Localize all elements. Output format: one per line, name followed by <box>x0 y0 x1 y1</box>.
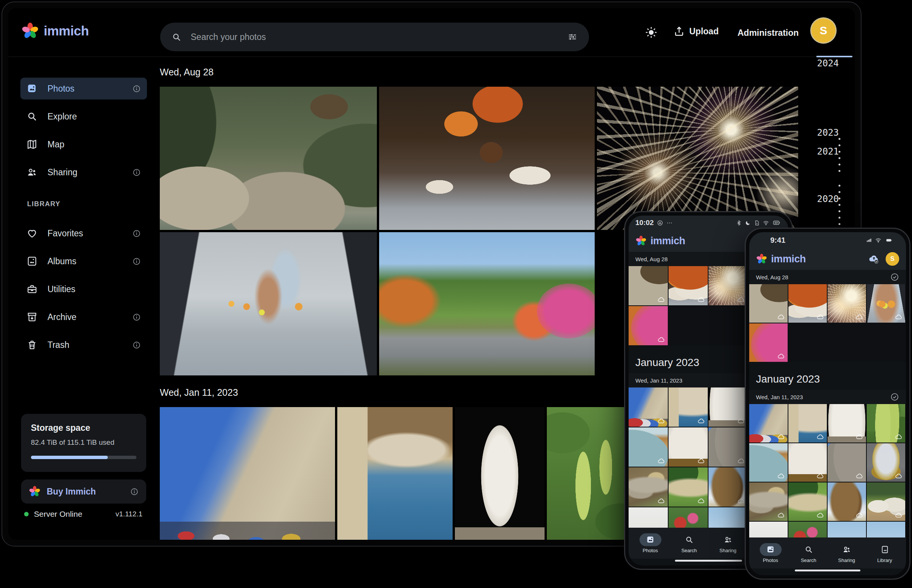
photo-fireworks[interactable] <box>828 284 866 323</box>
cloud-icon <box>895 313 903 321</box>
photo-lizard-ground[interactable] <box>749 483 788 521</box>
sidebar-item-sharing[interactable]: Sharing <box>20 162 147 183</box>
nav-tab-library[interactable]: Library <box>874 543 896 563</box>
photo-white-wall[interactable] <box>629 507 668 528</box>
battery-icon: 97 <box>772 219 781 226</box>
photo-zoo-monkeys[interactable] <box>629 266 668 305</box>
info-icon[interactable] <box>130 487 139 496</box>
nav-tab-photos[interactable]: Photos <box>639 533 662 553</box>
photo-lizard-ground[interactable] <box>629 467 668 507</box>
photo-holding-hands[interactable] <box>867 284 905 323</box>
photo-zoo-monkeys[interactable] <box>160 87 377 230</box>
photo-marble-face[interactable] <box>668 427 708 467</box>
storage-title: Storage space <box>31 423 136 433</box>
photo-blue-sky[interactable] <box>828 522 866 538</box>
photo-coastal-fort[interactable] <box>668 388 708 426</box>
buy-immich-button[interactable]: Buy Immich <box>21 480 146 504</box>
timeline-year-2021[interactable]: 2021 <box>817 146 853 157</box>
photo-fortress-walls[interactable] <box>629 388 668 426</box>
photo-lizard-moss[interactable] <box>668 467 708 507</box>
photo-snow-village[interactable] <box>828 483 866 521</box>
photo-ornate-trophy[interactable] <box>867 443 905 482</box>
photo-blue-sky[interactable] <box>867 522 905 538</box>
storage-usage: 82.4 TiB of 115.1 TiB used <box>31 438 136 447</box>
photo-coastal-fort[interactable] <box>788 404 827 443</box>
info-icon[interactable] <box>132 84 141 93</box>
photo-zoo-monkeys[interactable] <box>749 284 788 323</box>
photo-beach-cliff[interactable] <box>749 443 788 482</box>
photo-autumn-dinner[interactable] <box>668 266 708 305</box>
sharing-icon <box>26 166 38 178</box>
sidebar-item-explore[interactable]: Explore <box>20 105 147 128</box>
photo-castle-ruins[interactable] <box>828 443 866 482</box>
sidebar-item-trash[interactable]: Trash <box>20 334 147 356</box>
sidebar-item-utilities[interactable]: Utilities <box>20 278 147 300</box>
timeline-year-2023[interactable]: 2023 <box>817 128 853 138</box>
select-all-check-icon[interactable] <box>890 393 899 401</box>
photo-alpine-farm[interactable] <box>867 483 905 521</box>
photo-white-wall[interactable] <box>749 522 788 538</box>
upload-button[interactable]: Upload <box>673 26 719 37</box>
search-icon <box>171 32 182 42</box>
photo-blue-sky[interactable] <box>709 507 748 528</box>
select-all-check-icon[interactable] <box>890 273 899 281</box>
nav-tab-search[interactable]: Search <box>798 543 820 563</box>
timeline-year-2020[interactable]: 2020 <box>817 194 853 204</box>
photo-castle-ruins[interactable] <box>709 427 748 467</box>
photo-holding-hands[interactable] <box>160 232 377 375</box>
photo-marble-face[interactable] <box>788 443 827 482</box>
photo-red-flowers[interactable] <box>668 507 708 528</box>
info-icon[interactable] <box>132 341 141 349</box>
sidebar-item-archive[interactable]: Archive <box>20 306 147 328</box>
sidebar-item-favorites[interactable]: Favorites <box>20 222 147 244</box>
photo-beach-cliff[interactable] <box>629 427 668 467</box>
search-filters-icon[interactable] <box>567 32 578 42</box>
nav-tab-search[interactable]: Search <box>678 533 700 553</box>
photo-fortress-walls[interactable] <box>160 407 335 540</box>
photo-marble-bust[interactable] <box>709 388 748 426</box>
photo-autumn-road[interactable] <box>749 323 788 362</box>
photo-coastal-fort[interactable] <box>337 407 453 540</box>
timeline-year-2024[interactable]: 2024 <box>817 58 853 69</box>
nav-tab-label: Photos <box>763 557 778 563</box>
phone2-clock: 9:41 <box>770 236 785 245</box>
info-icon[interactable] <box>132 257 141 266</box>
photo-fortress-walls[interactable] <box>749 404 788 443</box>
photo-autumn-dinner[interactable] <box>379 87 595 230</box>
search-icon <box>26 111 38 122</box>
photo-autumn-road[interactable] <box>379 232 595 375</box>
info-icon[interactable] <box>132 313 141 321</box>
theme-toggle-sun-icon[interactable] <box>644 26 658 39</box>
photo-fireworks[interactable] <box>709 266 748 305</box>
phone2-home-indicator[interactable] <box>749 569 906 575</box>
photo-sea-grapes[interactable] <box>867 404 905 443</box>
nav-tab-sharing[interactable]: Sharing <box>836 543 858 563</box>
sidebar-item-map[interactable]: Map <box>20 133 147 155</box>
user-avatar[interactable]: S <box>886 252 899 266</box>
photo-red-flowers[interactable] <box>788 522 827 538</box>
sidebar-item-label: Archive <box>47 312 76 322</box>
info-icon[interactable] <box>132 168 141 177</box>
photo-fireworks[interactable] <box>597 87 798 230</box>
administration-link[interactable]: Administration <box>738 28 799 38</box>
brand-wordmark: immich <box>771 253 806 265</box>
info-icon[interactable] <box>132 229 141 238</box>
sidebar-item-photos[interactable]: Photos <box>20 78 147 100</box>
photo-autumn-road[interactable] <box>629 306 668 345</box>
search-bar[interactable] <box>160 23 589 51</box>
sidebar-item-label: Trash <box>47 340 69 350</box>
immich-logo[interactable]: immich <box>21 22 89 40</box>
nav-tab-photos[interactable]: Photos <box>760 543 781 563</box>
photo-marble-bust[interactable] <box>828 404 866 443</box>
search-input[interactable] <box>190 32 559 43</box>
photo-snow-village[interactable] <box>709 467 748 507</box>
sidebar-item-albums[interactable]: Albums <box>20 250 147 272</box>
photo-autumn-dinner[interactable] <box>788 284 827 323</box>
nav-tab-sharing[interactable]: Sharing <box>717 533 739 553</box>
photo-sea-grapes[interactable] <box>547 407 633 540</box>
backup-cloud-icon[interactable] <box>867 252 881 265</box>
cloud-icon <box>697 417 705 425</box>
search-icon <box>685 535 694 544</box>
photo-marble-bust[interactable] <box>455 407 544 540</box>
photo-lizard-moss[interactable] <box>788 483 827 521</box>
